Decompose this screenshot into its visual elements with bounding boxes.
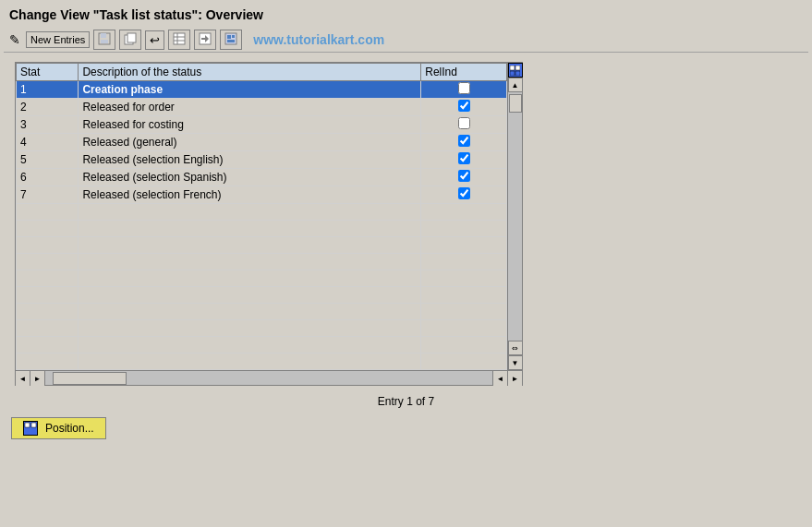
cell-stat [17, 270, 79, 287]
cell-relind[interactable] [421, 270, 507, 287]
relind-checkbox[interactable] [458, 135, 470, 147]
table-row[interactable]: 3Released for costing [17, 116, 507, 134]
svg-rect-20 [31, 423, 36, 427]
cell-stat [17, 337, 79, 353]
table-row[interactable]: 5Released (selection English) [17, 151, 507, 169]
edit-icon: ✎ [9, 32, 20, 47]
table-row[interactable] [17, 287, 507, 304]
relind-checkbox[interactable] [458, 100, 470, 112]
svg-rect-16 [515, 66, 520, 70]
watermark-text: www.tutorialkart.com [253, 32, 384, 47]
table-row[interactable] [17, 353, 507, 370]
table-row[interactable] [17, 270, 507, 287]
cell-description: Creation phase [79, 81, 421, 99]
cell-relind[interactable] [421, 116, 507, 134]
table-row[interactable] [17, 237, 507, 254]
cell-relind[interactable] [421, 151, 507, 169]
cell-relind[interactable] [421, 304, 507, 320]
scroll-down-button[interactable]: ▼ [508, 355, 523, 370]
svg-rect-1 [101, 33, 106, 38]
copy-button[interactable] [119, 30, 141, 50]
hscroll-thumb[interactable] [53, 372, 127, 385]
table-row[interactable] [17, 337, 507, 353]
relind-checkbox[interactable] [458, 117, 470, 129]
cell-relind[interactable] [421, 287, 507, 304]
undo-button[interactable]: ↩ [145, 30, 164, 50]
cell-stat: 5 [17, 151, 79, 169]
cell-relind[interactable] [421, 169, 507, 186]
relind-checkbox[interactable] [458, 82, 470, 94]
cell-relind[interactable] [421, 353, 507, 370]
cell-relind[interactable] [421, 221, 507, 237]
relind-checkbox[interactable] [458, 170, 470, 182]
cell-description [79, 221, 421, 237]
table-row[interactable]: 2Released for order [17, 99, 507, 116]
col-header-stat: Stat [17, 64, 79, 81]
window-title: Change View "Task list status": Overview [9, 7, 263, 22]
position-bar: Position... [4, 413, 808, 443]
cell-stat: 7 [17, 186, 79, 204]
position-button[interactable]: Position... [11, 417, 106, 439]
import-icon [199, 32, 212, 47]
col-header-desc: Description of the status [79, 64, 421, 81]
cell-description: Released (selection English) [79, 151, 421, 169]
svg-rect-17 [510, 71, 515, 76]
resize-handle[interactable]: ⇔ [508, 341, 523, 355]
status-bar: Entry 1 of 7 [4, 389, 808, 413]
cell-description [79, 304, 421, 320]
hscroll-left-button[interactable]: ◄ [16, 371, 30, 386]
cell-stat: 6 [17, 169, 79, 186]
horizontal-scrollbar: ◄ ► ◄ ► [15, 371, 523, 386]
table-row[interactable] [17, 320, 507, 337]
table-row[interactable] [17, 254, 507, 270]
col-header-relind: RelInd [421, 64, 507, 81]
relind-checkbox[interactable] [458, 187, 470, 199]
cell-description: Released for costing [79, 116, 421, 134]
svg-rect-4 [127, 33, 136, 42]
cell-stat [17, 353, 79, 370]
svg-rect-18 [515, 71, 520, 76]
cell-description [79, 353, 421, 370]
table-wrapper: Stat Description of the status RelInd 1C… [15, 62, 523, 371]
table-row[interactable] [17, 304, 507, 320]
table-row[interactable] [17, 204, 507, 221]
cell-relind[interactable] [421, 337, 507, 353]
svg-rect-5 [174, 33, 185, 44]
cell-description [79, 287, 421, 304]
new-entries-button[interactable]: New Entries [26, 31, 90, 48]
hscroll-right-prev-button[interactable]: ► [30, 371, 45, 386]
cell-relind[interactable] [421, 254, 507, 270]
cell-relind[interactable] [421, 134, 507, 151]
table-row[interactable] [17, 221, 507, 237]
scroll-thumb[interactable] [509, 94, 522, 113]
cell-relind[interactable] [421, 81, 507, 99]
table-view-button[interactable] [168, 30, 190, 50]
cell-relind[interactable] [421, 204, 507, 221]
table-row[interactable]: 7Released (selection French) [17, 186, 507, 204]
cell-description [79, 254, 421, 270]
cell-stat: 1 [17, 81, 79, 99]
table-row[interactable]: 6Released (selection Spanish) [17, 169, 507, 186]
save-button[interactable] [93, 30, 115, 50]
position-label: Position... [45, 422, 94, 435]
copy-icon [124, 32, 137, 47]
svg-rect-21 [25, 429, 30, 434]
scroll-up-button[interactable]: ▲ [508, 78, 523, 92]
hscroll-right2-button[interactable]: ► [507, 371, 522, 386]
import-button[interactable] [194, 30, 216, 50]
hscroll-left2-button[interactable]: ◄ [492, 371, 507, 386]
cell-description [79, 204, 421, 221]
column-selector-icon[interactable] [508, 63, 523, 78]
title-bar: Change View "Task list status": Overview [4, 4, 808, 28]
svg-rect-22 [31, 429, 36, 434]
cell-relind[interactable] [421, 186, 507, 204]
vertical-scrollbar[interactable]: ▲ ⇔ ▼ [507, 63, 522, 370]
table-row[interactable]: 1Creation phase [17, 81, 507, 99]
table-row[interactable]: 4Released (general) [17, 134, 507, 151]
cell-stat [17, 204, 79, 221]
cell-relind[interactable] [421, 99, 507, 116]
cell-relind[interactable] [421, 320, 507, 337]
cell-relind[interactable] [421, 237, 507, 254]
export-button[interactable] [220, 30, 242, 50]
relind-checkbox[interactable] [458, 152, 470, 164]
